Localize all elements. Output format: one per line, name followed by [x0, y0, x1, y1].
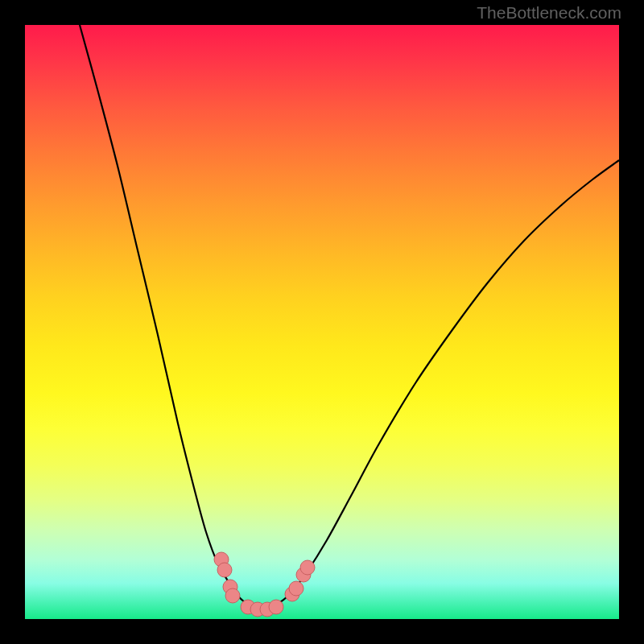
data-marker: [289, 581, 303, 596]
data-marker: [269, 600, 283, 614]
watermark-text: TheBottleneck.com: [477, 3, 621, 23]
data-marker: [300, 560, 315, 575]
chart-svg: [25, 25, 619, 619]
curve-right: [261, 160, 619, 609]
data-marker: [217, 563, 232, 577]
chart-plot-area: [25, 25, 619, 619]
curve-left: [80, 25, 261, 609]
chart-outer-frame: TheBottleneck.com: [0, 0, 644, 644]
data-marker: [225, 588, 240, 603]
marker-group: [214, 552, 315, 617]
